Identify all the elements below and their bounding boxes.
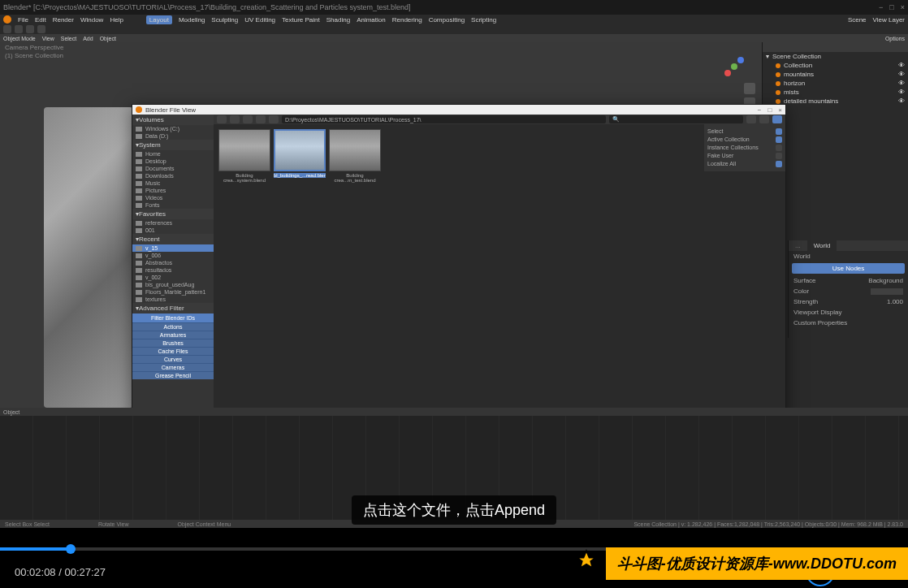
outliner-item[interactable]: Collection 👁 (763, 61, 908, 70)
viewport-gizmo[interactable] (724, 54, 750, 80)
active-collection-checkbox[interactable] (776, 136, 782, 143)
header-view[interactable]: View (42, 36, 54, 41)
menu-window[interactable]: Window (80, 16, 103, 24)
workspace-scripting[interactable]: Scripting (471, 16, 496, 24)
world-name-field[interactable]: World (793, 253, 811, 260)
instance-collections-checkbox[interactable] (776, 145, 782, 151)
close-icon[interactable]: × (901, 3, 905, 11)
recent-item[interactable]: Floors_Marble_pattern1 (132, 288, 214, 296)
menu-edit[interactable]: Edit (35, 16, 46, 24)
recent-item[interactable]: v_002 (132, 274, 214, 281)
gizmo-z-axis[interactable] (737, 57, 744, 63)
minimize-icon[interactable]: − (758, 106, 762, 114)
progress-thumb[interactable] (66, 544, 76, 554)
file-item[interactable]: Building crea...system.blend (218, 129, 270, 183)
move-tool-icon[interactable] (26, 25, 34, 33)
filter-brushes[interactable]: Brushes (132, 339, 214, 347)
filter-button[interactable] (759, 115, 769, 123)
header-select[interactable]: Select (61, 36, 76, 41)
menu-help[interactable]: Help (110, 16, 123, 24)
filter-curves[interactable]: Curves (132, 355, 214, 363)
use-nodes-button[interactable]: Use Nodes (792, 263, 905, 274)
custom-properties-section[interactable]: Custom Properties (793, 319, 847, 326)
workspace-layout[interactable]: Layout (146, 15, 172, 24)
volumes-header[interactable]: ▾ Volumes (132, 115, 214, 125)
rotate-tool-icon[interactable] (37, 25, 45, 33)
workspace-animation[interactable]: Animation (357, 16, 386, 24)
file-grid[interactable]: Building crea...system.blend bl_building… (214, 124, 785, 435)
display-mode-button[interactable] (746, 115, 756, 123)
close-icon[interactable]: × (778, 106, 782, 114)
select-tool-icon[interactable] (15, 25, 23, 33)
favorite-item[interactable]: references (132, 219, 214, 227)
nav-up-button[interactable] (243, 115, 253, 123)
fake-user-checkbox[interactable] (776, 153, 782, 159)
volume-item[interactable]: Data (D:) (132, 132, 214, 140)
strength-value[interactable]: 1.000 (887, 298, 903, 305)
recent-item[interactable]: Abstractos (132, 259, 214, 266)
scene-dropdown[interactable]: Scene (848, 16, 867, 24)
workspace-uv-editing[interactable]: UV Editing (244, 16, 275, 24)
outliner-item[interactable]: horizon 👁 (763, 79, 908, 88)
system-documents[interactable]: Documents (132, 165, 214, 172)
menu-file[interactable]: File (18, 16, 28, 24)
filter-actions[interactable]: Actions (132, 322, 214, 331)
properties-tab[interactable]: ... (789, 240, 807, 251)
view-layer-dropdown[interactable]: View Layer (873, 16, 905, 24)
system-header[interactable]: ▾ System (132, 140, 214, 150)
volume-item[interactable]: Windows (C:) (132, 125, 214, 132)
system-music[interactable]: Music (132, 179, 214, 187)
system-videos[interactable]: Videos (132, 194, 214, 201)
localize-all-checkbox[interactable] (776, 161, 782, 167)
file-item-selected[interactable]: bl_buildings_...read.blend (274, 129, 326, 178)
file-item[interactable]: Building crea...m_test.blend (329, 129, 381, 183)
header-options[interactable]: Options (885, 36, 905, 41)
filter-blender-ids[interactable]: Filter Blender IDs (132, 313, 214, 322)
outliner-scene-collection[interactable]: ▾ Scene Collection (763, 52, 908, 61)
new-folder-button[interactable] (269, 115, 279, 123)
workspace-sculpting[interactable]: Sculpting (211, 16, 238, 24)
favorites-header[interactable]: ▾ Favorites (132, 209, 214, 219)
recent-item[interactable]: v_15 (132, 244, 214, 252)
system-pictures[interactable]: Pictures (132, 187, 214, 194)
nav-forward-button[interactable] (230, 115, 240, 123)
settings-button[interactable] (772, 115, 782, 123)
cursor-tool-icon[interactable] (3, 25, 11, 33)
filter-armatures[interactable]: Armatures (132, 331, 214, 339)
favorite-item[interactable]: 001 (132, 227, 214, 234)
timeline-object-dropdown[interactable]: Object (3, 409, 19, 415)
viewport-display-section[interactable]: Viewport Display (793, 309, 841, 316)
header-add[interactable]: Add (83, 36, 93, 41)
maximize-icon[interactable]: □ (889, 3, 893, 11)
outliner-item[interactable]: mountains 👁 (763, 70, 908, 79)
search-input[interactable]: 🔍 (609, 115, 743, 123)
workspace-compositing[interactable]: Compositing (429, 16, 465, 24)
outliner-item[interactable]: mists 👁 (763, 88, 908, 97)
workspace-modeling[interactable]: Modeling (179, 16, 205, 24)
system-desktop[interactable]: Desktop (132, 158, 214, 165)
recent-item[interactable]: bis_grout_usedAug (132, 281, 214, 288)
recent-header[interactable]: ▾ Recent (132, 234, 214, 244)
workspace-rendering[interactable]: Rendering (392, 16, 422, 24)
properties-tab-world[interactable]: World (807, 240, 837, 251)
select-checkbox[interactable] (776, 128, 782, 135)
maximize-icon[interactable]: □ (767, 106, 772, 114)
system-downloads[interactable]: Downloads (132, 172, 214, 179)
workspace-shading[interactable]: Shading (326, 16, 350, 24)
nav-refresh-button[interactable] (256, 115, 266, 123)
header-object[interactable]: Object (100, 36, 116, 41)
menu-render[interactable]: Render (53, 16, 74, 24)
recent-item[interactable]: resultados (132, 266, 214, 274)
filter-grease-pencil[interactable]: Grease Pencil (132, 371, 214, 379)
nav-back-button[interactable] (217, 115, 227, 123)
filter-cameras[interactable]: Cameras (132, 363, 214, 371)
workspace-texture-paint[interactable]: Texture Paint (282, 16, 320, 24)
advanced-filter-header[interactable]: ▾ Advanced Filter (132, 303, 214, 313)
recent-item[interactable]: v_006 (132, 252, 214, 259)
filter-cache-files[interactable]: Cache Files (132, 347, 214, 355)
gizmo-y-axis[interactable] (731, 63, 737, 70)
recent-item[interactable]: textures (132, 296, 214, 303)
path-input[interactable]: D:\Proyectos\MAJESTUOSO\TUTORIAL\Process… (282, 115, 606, 123)
mode-select[interactable]: Object Mode (3, 36, 36, 41)
system-fonts[interactable]: Fonts (132, 201, 214, 209)
